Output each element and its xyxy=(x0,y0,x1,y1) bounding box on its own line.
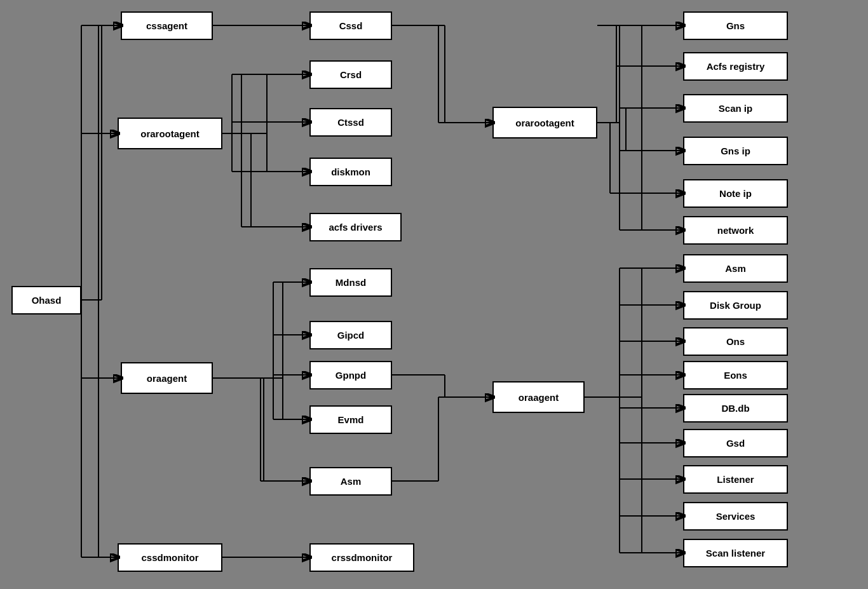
diagram: Ohasd cssagent orarootagent oraagent css… xyxy=(0,0,868,589)
node-asm-left: Asm xyxy=(309,467,392,496)
node-gns: Gns xyxy=(683,11,788,40)
node-orarootagent-left: orarootagent xyxy=(118,118,222,149)
node-crssdmonitor: crssdmonitor xyxy=(309,543,414,572)
node-ohasd: Ohasd xyxy=(11,286,81,315)
node-ctssd: Ctssd xyxy=(309,108,392,137)
node-acfs-registry: Acfs registry xyxy=(683,52,788,81)
node-cssagent: cssagent xyxy=(121,11,213,40)
node-evmd: Evmd xyxy=(309,405,392,434)
node-eons: Eons xyxy=(683,361,788,389)
node-crsd: Crsd xyxy=(309,60,392,89)
node-disk-group: Disk Group xyxy=(683,291,788,320)
node-diskmon: diskmon xyxy=(309,158,392,186)
node-mdnsd: Mdnsd xyxy=(309,268,392,297)
node-gipcd: Gipcd xyxy=(309,321,392,349)
node-oraagent-left: oraagent xyxy=(121,362,213,394)
node-cssdmonitor: cssdmonitor xyxy=(118,543,222,572)
node-listener: Listener xyxy=(683,465,788,494)
node-note-ip: Note ip xyxy=(683,179,788,208)
node-asm-right: Asm xyxy=(683,254,788,283)
node-network: network xyxy=(683,216,788,245)
node-gpnpd: Gpnpd xyxy=(309,361,392,389)
node-scan-ip: Scan ip xyxy=(683,94,788,123)
node-db-db: DB.db xyxy=(683,394,788,423)
node-scan-listener: Scan listener xyxy=(683,539,788,567)
node-acfsdrivers: acfs drivers xyxy=(309,213,402,241)
node-oraagent-right: oraagent xyxy=(492,381,585,413)
node-ons: Ons xyxy=(683,327,788,356)
node-gsd: Gsd xyxy=(683,429,788,457)
node-gns-ip: Gns ip xyxy=(683,137,788,165)
node-cssd: Cssd xyxy=(309,11,392,40)
node-orarootagent-right: orarootagent xyxy=(492,107,597,139)
node-services: Services xyxy=(683,502,788,531)
